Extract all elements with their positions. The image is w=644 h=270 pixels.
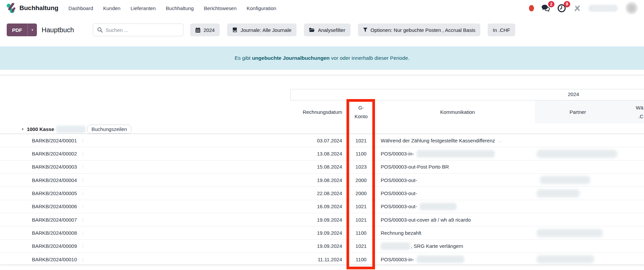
journals-filter-label: Journale: Alle Journale <box>240 27 291 33</box>
user-avatar[interactable] <box>625 2 638 14</box>
activities-badge: 8 <box>564 1 570 7</box>
accounting-app-icon[interactable] <box>6 3 16 13</box>
journal-entry-ref[interactable]: BARKB/2024/00010 <box>32 257 77 262</box>
menu-kunden[interactable]: Kunden <box>103 5 121 11</box>
debug-tools-icon[interactable] <box>573 4 581 12</box>
open-folder-icon <box>309 28 315 33</box>
account-group-label[interactable]: 1000 Kasse <box>27 126 54 132</box>
app-name[interactable]: Buchhaltung <box>19 4 58 12</box>
pdf-export-split-button: PDF ▼ <box>7 24 37 36</box>
dots-vertical-icon[interactable]: ⋮ <box>80 230 85 235</box>
invoice-date: 11.11.2024 <box>285 257 342 262</box>
invoice-date: 15.08.2024 <box>285 164 342 170</box>
partner-redacted <box>537 150 617 158</box>
search-icon <box>97 27 103 33</box>
communication-text: POS/00003-out- <box>381 204 417 209</box>
funnel-icon <box>363 28 368 32</box>
table-row[interactable]: BARKB/2024/00010⋮ 11.11.2024 1100 POS/00… <box>0 253 644 266</box>
ellipsis-icon: … <box>498 138 503 143</box>
journal-entry-ref[interactable]: BARKB/2024/00005 <box>32 190 77 196</box>
systray: 2 8 <box>529 2 638 14</box>
table-row[interactable]: BARKB/2024/00003⋮ 15.08.2024 1023 POS/00… <box>0 161 644 174</box>
top-nav: Buchhaltung Dashboard Kunden Lieferanten… <box>0 0 644 16</box>
communication-redacted <box>417 256 464 263</box>
journal-entry-ref[interactable]: BARKB/2024/00008 <box>32 230 77 236</box>
dots-vertical-icon[interactable]: ⋮ <box>80 243 85 249</box>
counterpart-account: 1100 <box>342 151 380 156</box>
table-row[interactable]: BARKB/2024/00008⋮ 19.09.2024 1100 Rechnu… <box>0 226 644 239</box>
journal-entry-ref[interactable]: BARKB/2024/00009 <box>32 243 77 249</box>
period-year-label: 2024 <box>568 91 579 97</box>
dots-vertical-icon[interactable]: ⋮ <box>80 178 85 183</box>
company-name-redacted[interactable] <box>588 5 618 12</box>
currency-filter-button[interactable]: In .CHF <box>488 24 515 36</box>
menu-dashboard[interactable]: Dashboard <box>68 5 93 11</box>
counterpart-account: 1021 <box>342 204 380 209</box>
menu-konfiguration[interactable]: Konfiguration <box>247 5 276 11</box>
journal-entry-ref[interactable]: BARKB/2024/00004 <box>32 177 77 183</box>
dots-vertical-icon[interactable]: ⋮ <box>80 191 85 196</box>
dots-vertical-icon[interactable]: ⋮ <box>80 204 85 209</box>
activities-clock-icon[interactable]: 8 <box>557 4 566 12</box>
dots-vertical-icon[interactable]: ⋮ <box>80 151 85 156</box>
search-input[interactable] <box>106 27 179 33</box>
column-header-partner: Partner <box>535 109 621 115</box>
book-icon <box>232 27 237 33</box>
pdf-button[interactable]: PDF <box>7 24 28 36</box>
partner-redacted <box>540 176 590 184</box>
counterpart-account: 1021 <box>342 243 380 249</box>
column-header-row: Rechnungsdatum G- Konto Kommunikation Pa… <box>0 100 644 124</box>
table-row[interactable]: BARKB/2024/00009⋮ 19.09.2024 1021 , SRG … <box>0 240 644 253</box>
main-menu: Dashboard Kunden Lieferanten Buchhaltung… <box>68 5 276 11</box>
menu-lieferanten[interactable]: Lieferanten <box>130 5 156 11</box>
counterpart-account: 1100 <box>342 257 380 262</box>
unposted-entries-alert: Es gibt ungebuchte Journalbuchungen vor … <box>0 46 644 70</box>
options-filter-button[interactable]: Optionen: Nur gebuchte Posten , Accrual … <box>358 24 481 36</box>
journal-entry-rows: BARKB/2024/00001⋮ 03.07.2024 1021 Währen… <box>0 134 644 266</box>
column-header-account: G- Konto <box>342 103 380 121</box>
messages-icon[interactable]: 2 <box>541 4 550 12</box>
journals-filter-button[interactable]: Journale: Alle Journale <box>227 24 297 36</box>
pdf-dropdown-caret-icon[interactable]: ▼ <box>28 24 37 36</box>
communication-text: POS/00003-out- <box>381 177 417 183</box>
analytic-filter-button[interactable]: Analysefilter <box>304 24 351 36</box>
dots-vertical-icon[interactable]: ⋮ <box>80 138 85 143</box>
analytic-filter-label: Analysefilter <box>318 27 345 33</box>
year-filter-button[interactable]: 2024 <box>190 24 220 36</box>
status-dot-icon[interactable] <box>529 5 534 11</box>
communication-redacted <box>420 203 457 210</box>
report-toolbar: PDF ▼ Hauptbuch 2024 <box>7 24 639 36</box>
invoice-date: 19.09.2024 <box>285 217 342 223</box>
communication-redacted <box>381 242 410 250</box>
dots-vertical-icon[interactable]: ⋮ <box>80 164 85 169</box>
table-row[interactable]: BARKB/2024/00006⋮ 16.09.2024 1021 POS/00… <box>0 200 644 213</box>
journal-entry-ref[interactable]: BARKB/2024/00007 <box>32 217 77 223</box>
journal-items-button[interactable]: Buchungszeilen <box>87 125 131 134</box>
menu-buchhaltung[interactable]: Buchhaltung <box>166 5 194 11</box>
dots-vertical-icon[interactable]: ⋮ <box>80 257 85 262</box>
table-row[interactable]: BARKB/2024/00005⋮ 22.08.2024 2000 POS/00… <box>0 187 644 200</box>
invoice-date: 19.09.2024 <box>285 230 342 236</box>
table-row[interactable]: BARKB/2024/00007⋮ 19.09.2024 1021 POS/00… <box>0 213 644 226</box>
partner-redacted <box>537 189 580 197</box>
counterpart-account: 1021 <box>342 217 380 223</box>
communication-text: , SRG Karte verlängern <box>411 243 463 249</box>
partner-redacted <box>537 255 594 263</box>
collapse-caret-icon[interactable]: ▼ <box>21 128 24 131</box>
table-row[interactable]: BARKB/2024/00001⋮ 03.07.2024 1021 Währen… <box>0 134 644 147</box>
dots-vertical-icon[interactable]: ⋮ <box>80 217 85 222</box>
journal-entry-ref[interactable]: BARKB/2024/00006 <box>32 204 77 209</box>
journal-entry-ref[interactable]: BARKB/2024/00002 <box>32 151 77 156</box>
journal-entry-ref[interactable]: BARKB/2024/00001 <box>32 138 77 143</box>
counterpart-account: 1021 <box>342 138 380 143</box>
alert-text-post: vor oder innerhalb dieser Periode. <box>330 55 410 61</box>
table-row[interactable]: BARKB/2024/00002⋮ 13.08.2024 1100 POS/00… <box>0 147 644 160</box>
counterpart-account: 1100 <box>342 230 380 236</box>
calendar-icon <box>195 27 201 33</box>
alert-link-unposted-entries[interactable]: ungebuchte Journalbuchungen <box>252 55 330 61</box>
column-header-communication: Kommunikation <box>380 109 535 115</box>
menu-berichtswesen[interactable]: Berichtswesen <box>204 5 237 11</box>
account-group-row[interactable]: ▼ 1000 Kasse Buchungszeilen <box>0 125 644 134</box>
table-row[interactable]: BARKB/2024/00004⋮ 19.08.2024 2000 POS/00… <box>0 174 644 187</box>
journal-entry-ref[interactable]: BARKB/2024/00003 <box>32 164 77 170</box>
